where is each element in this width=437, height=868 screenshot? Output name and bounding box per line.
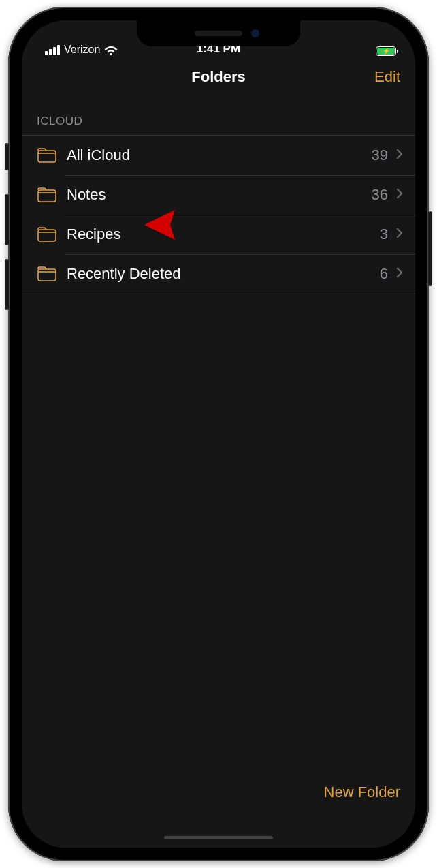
chevron-right-icon (396, 228, 403, 241)
page-title: Folders (191, 68, 245, 86)
notch (137, 20, 300, 46)
status-right: ⚡ (376, 46, 396, 56)
nav-bar: Folders Edit (22, 57, 415, 97)
folder-count-label: 36 (372, 186, 388, 204)
folder-list: All iCloud 39 Notes 36 (22, 135, 415, 294)
folder-name-label: Recently Deleted (67, 265, 380, 283)
charging-icon: ⚡ (383, 48, 390, 55)
chevron-right-icon (396, 188, 403, 202)
phone-frame: Verizon 1:41 PM ⚡ Folders Edit ICLOUD (8, 7, 429, 861)
folder-name-label: Notes (67, 186, 372, 204)
folder-count-label: 6 (380, 265, 388, 283)
folder-row-recipes[interactable]: Recipes 3 (22, 215, 415, 254)
folder-row-notes[interactable]: Notes 36 (22, 175, 415, 215)
status-left: Verizon (45, 44, 118, 56)
folder-row-recently-deleted[interactable]: Recently Deleted 6 (22, 254, 415, 294)
battery-icon: ⚡ (376, 46, 396, 56)
power-button (428, 211, 432, 286)
chevron-right-icon (396, 149, 403, 162)
svg-rect-2 (38, 230, 56, 241)
folder-icon (37, 187, 57, 202)
folder-count-label: 39 (372, 146, 388, 164)
folder-row-all-icloud[interactable]: All iCloud 39 (22, 136, 415, 175)
folder-icon (37, 148, 57, 163)
folder-name-label: All iCloud (67, 146, 372, 164)
svg-rect-0 (38, 151, 56, 162)
folder-name-label: Recipes (67, 226, 380, 243)
speaker (195, 31, 242, 36)
volume-down-button (5, 259, 9, 310)
edit-button[interactable]: Edit (374, 68, 400, 86)
mute-switch (5, 143, 9, 170)
volume-up-button (5, 194, 9, 245)
signal-icon (45, 45, 60, 55)
home-indicator[interactable] (164, 836, 273, 839)
svg-rect-1 (38, 190, 56, 202)
section-header-icloud: ICLOUD (22, 97, 415, 135)
carrier-label: Verizon (64, 44, 100, 56)
wifi-icon (104, 45, 118, 55)
svg-rect-3 (38, 269, 56, 281)
screen: Verizon 1:41 PM ⚡ Folders Edit ICLOUD (22, 20, 415, 848)
front-camera (251, 29, 259, 37)
new-folder-button[interactable]: New Folder (324, 784, 400, 801)
folder-count-label: 3 (380, 226, 388, 243)
bottom-toolbar: New Folder (22, 773, 415, 848)
folder-icon (37, 227, 57, 242)
chevron-right-icon (396, 267, 403, 281)
folder-icon (37, 266, 57, 281)
